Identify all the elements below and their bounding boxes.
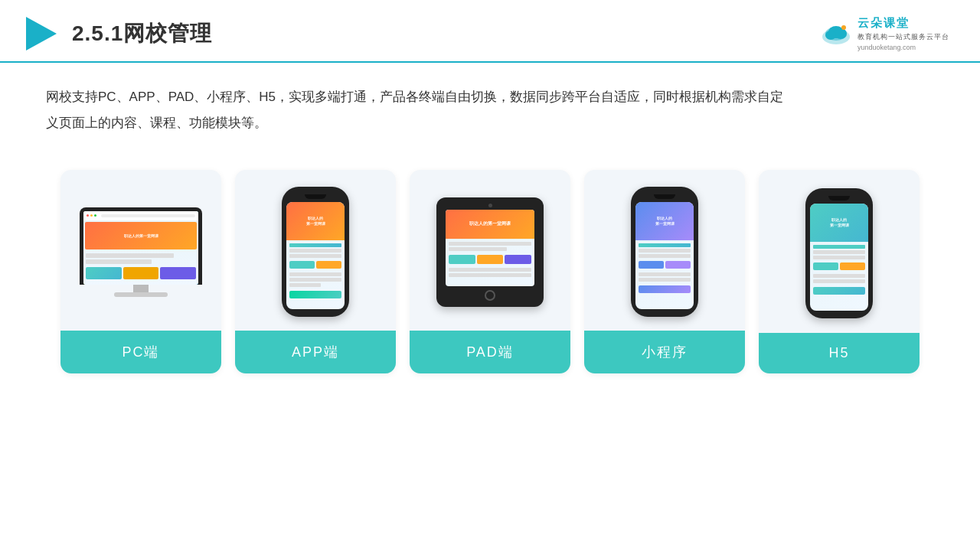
brand-logo: 云朵课堂 教育机构一站式服务云平台 yunduoketang.com	[819, 16, 949, 51]
cloud-icon	[819, 20, 853, 47]
brand-name: 云朵课堂	[858, 16, 949, 31]
page-title: 2.5.1网校管理	[72, 19, 212, 48]
svg-point-4	[835, 28, 847, 39]
phone-notch	[305, 194, 326, 199]
card-pad-label: PAD端	[410, 331, 570, 373]
miniapp-mockup: 职达人的第一堂网课	[631, 187, 698, 317]
h5-mockup: 职达人的第一堂网课	[805, 188, 873, 318]
pad-outer: 职达人的第一堂网课	[436, 197, 544, 307]
card-app: 职达人的第一堂网课	[235, 170, 396, 373]
h5-phone-outer: 职达人的第一堂网课	[805, 188, 873, 318]
app-mockup: 职达人的第一堂网课	[282, 187, 349, 317]
h5-notch	[828, 196, 850, 201]
pc-mockup: 职达人的第一堂网课	[80, 207, 202, 297]
pad-mockup: 职达人的第一堂网课	[436, 197, 544, 307]
app-phone-outer: 职达人的第一堂网课	[282, 187, 349, 317]
pad-screen: 职达人的第一堂网课	[446, 210, 534, 286]
pad-camera	[488, 204, 492, 207]
card-app-label: APP端	[235, 331, 396, 373]
app-phone-screen: 职达人的第一堂网课	[286, 202, 345, 309]
svg-marker-0	[26, 17, 57, 51]
description-text: 网校支持PC、APP、PAD、小程序、H5，实现多端打通，产品各终端自由切换，数…	[0, 63, 842, 144]
card-pad: 职达人的第一堂网课	[410, 170, 570, 373]
pc-image-area: 职达人的第一堂网课	[60, 170, 221, 331]
pad-home-button	[485, 290, 495, 301]
brand-text: 云朵课堂 教育机构一站式服务云平台 yunduoketang.com	[858, 16, 949, 51]
page-header: 2.5.1网校管理 云朵课堂 教育机构一站式服务云平台 yunduoketang…	[0, 0, 980, 63]
card-miniapp-label: 小程序	[584, 331, 745, 373]
miniapp-image-area: 职达人的第一堂网课	[584, 170, 745, 331]
pad-image-area: 职达人的第一堂网课	[410, 170, 570, 331]
h5-image-area: 职达人的第一堂网课	[759, 170, 920, 333]
brand-logo-area: 云朵课堂 教育机构一站式服务云平台 yunduoketang.com	[819, 16, 949, 51]
miniapp-phone-screen: 职达人的第一堂网课	[635, 202, 694, 309]
h5-phone-screen: 职达人的第一堂网课	[810, 204, 868, 311]
brand-url: yunduoketang.com	[858, 44, 949, 51]
header-left: 2.5.1网校管理	[23, 14, 212, 54]
app-image-area: 职达人的第一堂网课	[235, 170, 396, 331]
card-miniapp: 职达人的第一堂网课	[584, 170, 745, 373]
miniapp-notch	[654, 194, 675, 199]
platform-cards: 职达人的第一堂网课	[0, 152, 980, 389]
card-h5-label: H5	[759, 333, 920, 373]
brand-tagline: 教育机构一站式服务云平台	[858, 32, 949, 42]
svg-point-5	[825, 31, 836, 40]
logo-icon	[23, 14, 60, 54]
card-h5: 职达人的第一堂网课	[759, 170, 920, 373]
miniapp-phone-outer: 职达人的第一堂网课	[631, 187, 698, 317]
card-pc-label: PC端	[60, 331, 221, 373]
card-pc: 职达人的第一堂网课	[60, 170, 221, 373]
